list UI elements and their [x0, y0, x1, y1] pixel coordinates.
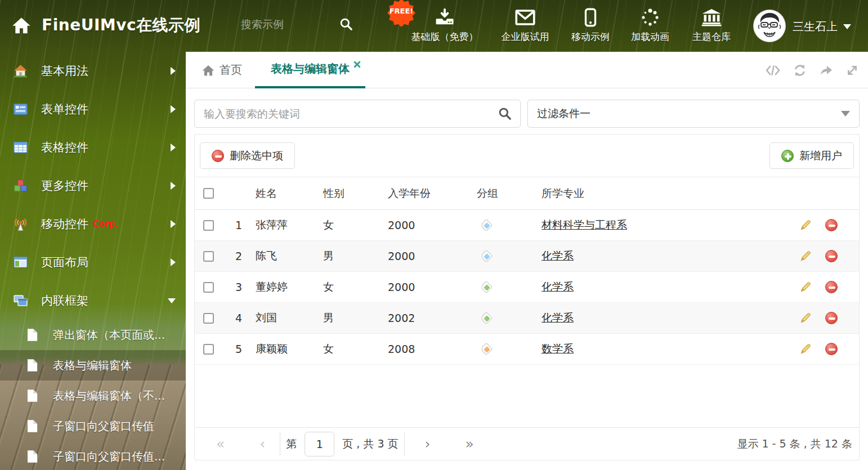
nav-item-label: 基础版（免费）: [402, 30, 487, 43]
close-icon[interactable]: [354, 61, 361, 68]
major-link[interactable]: 化学系: [542, 311, 574, 324]
form-icon: [14, 103, 28, 115]
col-gender: 性别: [323, 186, 388, 201]
user-menu[interactable]: 三生石上: [793, 19, 851, 34]
delete-icon[interactable]: [825, 250, 838, 262]
row-checkbox[interactable]: [203, 220, 214, 231]
search-icon[interactable]: [339, 17, 354, 32]
row-checkbox[interactable]: [203, 344, 214, 355]
filter-dropdown-value: 过滤条件一: [537, 106, 590, 121]
edit-icon[interactable]: [800, 343, 811, 355]
tab-toolbar: [766, 52, 858, 88]
row-gender: 女: [323, 218, 388, 232]
row-year: 2002: [388, 312, 477, 324]
file-icon: [26, 389, 38, 402]
page-suffix: 页 , 共 3 页: [342, 437, 398, 451]
add-user-button[interactable]: 新增用户: [769, 142, 854, 169]
caret-down-icon: [841, 111, 850, 117]
add-user-label: 新增用户: [799, 149, 842, 163]
first-page-button[interactable]: «: [212, 437, 229, 451]
sidebar-subitem-child-to-parent[interactable]: 子窗口向父窗口传值: [0, 411, 186, 441]
minus-circle-icon: [212, 150, 224, 162]
row-checkbox[interactable]: [203, 251, 214, 262]
sidebar-subitem-grid-edit-window[interactable]: 表格与编辑窗体: [0, 350, 186, 381]
sidebar-item-label: 内联框架: [41, 293, 88, 308]
delete-icon[interactable]: [825, 281, 838, 293]
row-gender: 女: [323, 280, 388, 294]
chevron-right-icon: [171, 105, 176, 113]
open-new-window-icon[interactable]: [820, 64, 833, 77]
tab-home[interactable]: 首页: [202, 52, 242, 88]
filter-dropdown[interactable]: 过滤条件一: [527, 100, 860, 128]
last-page-button[interactable]: »: [461, 437, 478, 451]
avatar[interactable]: [753, 10, 786, 42]
delete-icon[interactable]: [825, 219, 838, 231]
tab-label: 表格与编辑窗体: [271, 61, 350, 77]
search-icon[interactable]: [498, 106, 512, 121]
main-content: 首页 表格与编辑窗体 过: [186, 52, 868, 470]
delete-selected-button[interactable]: 删除选中项: [200, 142, 295, 169]
app-title: FineUIMvc在线示例: [42, 15, 200, 36]
file-icon: [26, 450, 38, 463]
nav-item-theme-repository[interactable]: 主题仓库: [669, 7, 754, 43]
page-number-input[interactable]: [305, 432, 334, 456]
chevron-right-icon: [171, 258, 176, 266]
app-header: FineUIMvc在线示例 FREE! 基础版（免费） 企业版试用 移动示例: [0, 0, 868, 52]
chevron-right-icon: [171, 220, 176, 228]
major-link[interactable]: 数学系: [542, 342, 574, 355]
house-icon: [14, 64, 28, 78]
sidebar-item-mobile-controls[interactable]: 移动控件 Corp.: [0, 205, 186, 243]
row-index: 4: [222, 312, 256, 324]
plus-circle-icon: [781, 150, 794, 162]
major-link[interactable]: 材料科学与工程系: [542, 218, 627, 231]
sidebar-subitem-child-to-parent-alt[interactable]: 子窗口向父窗口传值...: [0, 441, 186, 470]
sidebar-subitem-grid-edit-window-alt[interactable]: 表格与编辑窗体（不...: [0, 381, 186, 411]
edit-icon[interactable]: [800, 220, 811, 231]
refresh-icon[interactable]: [793, 64, 807, 77]
sidebar: 基本用法 表单控件 表格控件 更多控件 移动控件 Corp. 页面布局 内联框架…: [0, 52, 186, 470]
select-all-checkbox[interactable]: [203, 188, 214, 199]
prev-page-button[interactable]: ‹: [255, 437, 270, 451]
sidebar-subitem-popup-window[interactable]: 弹出窗体（本页面或...: [0, 320, 186, 350]
sidebar-item-basic-usage[interactable]: 基本用法: [0, 52, 186, 90]
edit-icon[interactable]: [800, 250, 811, 262]
sidebar-item-label: 基本用法: [41, 63, 88, 79]
sidebar-item-inline-frame[interactable]: 内联框架: [0, 281, 186, 320]
file-icon: [26, 359, 38, 372]
next-page-button[interactable]: ›: [420, 437, 435, 451]
sidebar-item-label: 移动控件: [41, 216, 88, 232]
grid-panel: 删除选中项 新增用户 姓名 性别 入学年份 分组 所学专业 1 张萍萍 女 20…: [194, 134, 860, 460]
sidebar-subitem-label: 表格与编辑窗体（不...: [53, 388, 165, 404]
header-search-input[interactable]: [241, 18, 325, 30]
sidebar-item-page-layout[interactable]: 页面布局: [0, 243, 186, 281]
home-icon[interactable]: [11, 16, 32, 35]
corp-badge: Corp.: [93, 219, 118, 229]
tab-grid-edit-window[interactable]: 表格与编辑窗体: [255, 52, 365, 88]
sidebar-item-label: 页面布局: [41, 254, 88, 270]
major-link[interactable]: 化学系: [542, 249, 574, 262]
maximize-icon[interactable]: [846, 64, 858, 77]
keyword-search-input[interactable]: [195, 108, 498, 120]
major-link[interactable]: 化学系: [542, 280, 574, 293]
sidebar-item-label: 表单控件: [41, 101, 88, 117]
tab-bar: 首页 表格与编辑窗体: [186, 52, 868, 88]
table-row: 3 董婷婷 女 2000 化学系: [195, 272, 859, 303]
sidebar-item-form-controls[interactable]: 表单控件: [0, 90, 186, 128]
row-checkbox[interactable]: [203, 313, 214, 324]
page-prefix: 第: [286, 437, 297, 451]
delete-icon[interactable]: [825, 343, 838, 355]
edit-icon[interactable]: [800, 312, 811, 324]
table-icon: [14, 141, 28, 154]
row-name: 刘国: [256, 311, 323, 325]
table-empty-area: [195, 365, 859, 427]
antenna-icon: [14, 217, 28, 231]
divider: [280, 432, 280, 456]
col-group: 分组: [477, 186, 542, 201]
delete-icon[interactable]: [825, 312, 838, 324]
source-code-icon[interactable]: [766, 64, 780, 77]
sidebar-item-more-controls[interactable]: 更多控件: [0, 167, 186, 205]
row-checkbox[interactable]: [203, 282, 214, 293]
frames-icon: [14, 294, 28, 307]
sidebar-item-grid-controls[interactable]: 表格控件: [0, 128, 186, 167]
edit-icon[interactable]: [800, 281, 811, 293]
